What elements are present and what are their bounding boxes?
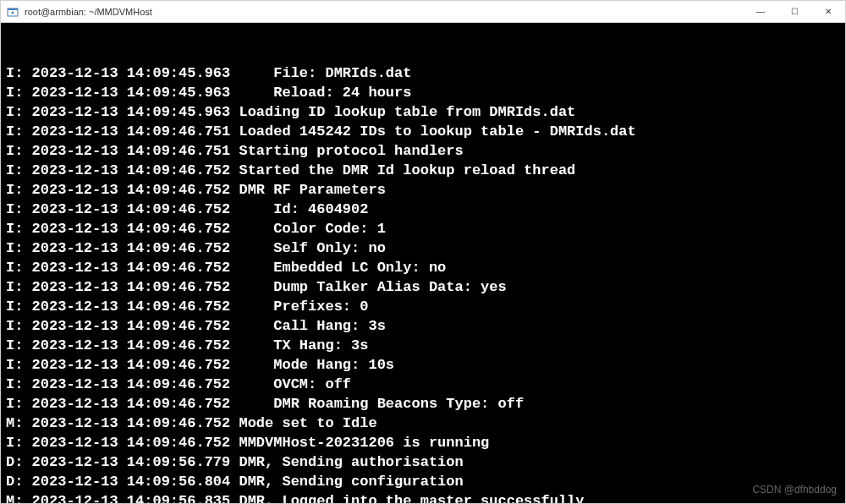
terminal-window: root@armbian: ~/MMDVMHost — ☐ ✕ I: 2023-…: [0, 0, 846, 504]
log-content: I: 2023-12-13 14:09:45.963 File: DMRIds.…: [6, 63, 840, 503]
window-titlebar[interactable]: root@armbian: ~/MMDVMHost — ☐ ✕: [1, 1, 845, 23]
svg-point-2: [12, 11, 14, 14]
log-line: I: 2023-12-13 14:09:46.752 Embedded LC O…: [6, 258, 840, 277]
log-line: I: 2023-12-13 14:09:46.752 TX Hang: 3s: [6, 336, 840, 355]
terminal-output[interactable]: I: 2023-12-13 14:09:45.963 File: DMRIds.…: [1, 23, 845, 503]
log-line: I: 2023-12-13 14:09:46.752 Mode Hang: 10…: [6, 355, 840, 375]
log-line: I: 2023-12-13 14:09:46.751 Starting prot…: [6, 141, 840, 161]
log-line: I: 2023-12-13 14:09:46.752 Prefixes: 0: [6, 297, 840, 316]
log-line: I: 2023-12-13 14:09:46.752 Started the D…: [6, 161, 840, 180]
maximize-button[interactable]: ☐: [777, 1, 811, 22]
log-line: I: 2023-12-13 14:09:45.963 Loading ID lo…: [6, 102, 840, 122]
log-line: I: 2023-12-13 14:09:46.752 Dump Talker A…: [6, 277, 840, 297]
svg-rect-1: [8, 8, 18, 10]
log-line: I: 2023-12-13 14:09:46.752 Color Code: 1: [6, 219, 840, 238]
close-button[interactable]: ✕: [811, 1, 845, 22]
minimize-button[interactable]: —: [744, 1, 777, 22]
log-line: I: 2023-12-13 14:09:46.752 DMR Roaming B…: [6, 394, 840, 414]
log-line: I: 2023-12-13 14:09:46.752 Self Only: no: [6, 238, 840, 258]
log-line: I: 2023-12-13 14:09:46.752 Call Hang: 3s: [6, 316, 840, 336]
log-line: I: 2023-12-13 14:09:45.963 File: DMRIds.…: [6, 63, 840, 83]
log-line: M: 2023-12-13 14:09:46.752 Mode set to I…: [6, 414, 840, 433]
log-line: I: 2023-12-13 14:09:46.752 OVCM: off: [6, 375, 840, 394]
log-line: I: 2023-12-13 14:09:45.963 Reload: 24 ho…: [6, 83, 840, 102]
watermark-text: CSDN @dfhbddog: [752, 480, 837, 500]
log-line: D: 2023-12-13 14:09:56.804 DMR, Sending …: [6, 472, 840, 491]
log-line: I: 2023-12-13 14:09:46.752 Id: 4604902: [6, 200, 840, 219]
log-line: I: 2023-12-13 14:09:46.751 Loaded 145242…: [6, 122, 840, 141]
log-line: M: 2023-12-13 14:09:56.835 DMR, Logged i…: [6, 491, 840, 503]
log-line: I: 2023-12-13 14:09:46.752 DMR RF Parame…: [6, 180, 840, 200]
window-title: root@armbian: ~/MMDVMHost: [25, 7, 744, 17]
log-line: I: 2023-12-13 14:09:46.752 MMDVMHost-202…: [6, 433, 840, 452]
app-icon: [6, 5, 19, 19]
window-controls: — ☐ ✕: [744, 1, 845, 22]
log-line: D: 2023-12-13 14:09:56.779 DMR, Sending …: [6, 452, 840, 472]
